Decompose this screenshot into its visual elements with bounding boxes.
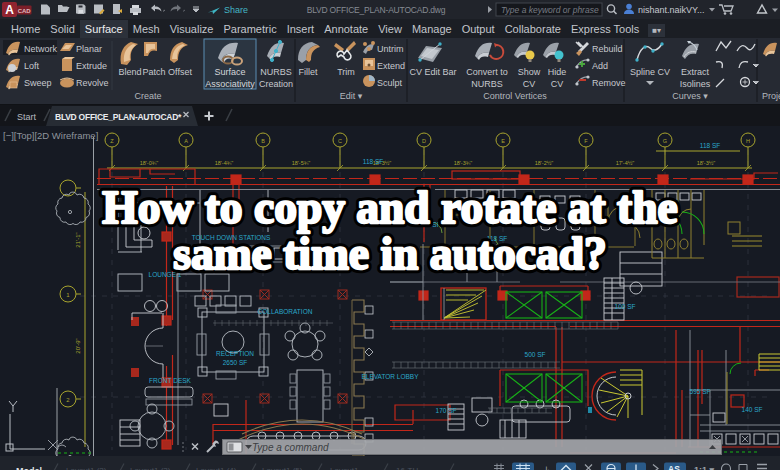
- svg-text:Create: Create: [134, 91, 161, 101]
- svg-text:Associativity: Associativity: [205, 79, 255, 89]
- svg-text:FRONT DESK: FRONT DESK: [149, 377, 191, 384]
- svg-text:CV: CV: [551, 79, 564, 89]
- svg-text:AS: AS: [668, 464, 680, 470]
- svg-text:↳: ↳: [544, 465, 552, 470]
- svg-text:Start: Start: [17, 112, 37, 122]
- svg-text:E: E: [501, 138, 505, 144]
- svg-text:18'-3½": 18'-3½": [697, 160, 716, 166]
- svg-text:Hide: Hide: [548, 67, 567, 77]
- svg-text:H: H: [746, 138, 750, 144]
- svg-text:D: D: [422, 138, 426, 144]
- svg-text:Blend: Blend: [118, 67, 141, 77]
- svg-text:Patch: Patch: [142, 67, 165, 77]
- svg-text:18'-4¾": 18'-4¾": [215, 160, 234, 166]
- svg-text:18'-5¾": 18'-5¾": [292, 160, 311, 166]
- svg-text:Type a command: Type a command: [252, 442, 329, 453]
- svg-text:595 SF: 595 SF: [690, 388, 711, 395]
- svg-text:Offset: Offset: [168, 67, 192, 77]
- svg-text:nishant.naikVY...: nishant.naikVY...: [638, 5, 704, 15]
- svg-text:1:1 ▾: 1:1 ▾: [694, 465, 715, 470]
- svg-text:Trim: Trim: [337, 67, 355, 77]
- svg-text:Rebuild: Rebuild: [592, 44, 623, 54]
- svg-text:16-TH: 16-TH: [396, 466, 418, 470]
- svg-text:Sculpt: Sculpt: [377, 78, 403, 88]
- svg-text:CAD: CAD: [18, 8, 32, 14]
- svg-text:BLVD OFFICE_PLAN-AUTOCAD.dwg: BLVD OFFICE_PLAN-AUTOCAD.dwg: [307, 5, 446, 15]
- svg-text:COLLABORATION: COLLABORATION: [258, 308, 313, 315]
- svg-text:Share: Share: [224, 5, 248, 15]
- svg-text:same time in autocad?: same time in autocad?: [173, 228, 606, 279]
- svg-text:118 SF: 118 SF: [700, 142, 721, 149]
- svg-text:ELEVATOR LOBBY: ELEVATOR LOBBY: [361, 373, 419, 380]
- svg-text:Proje: Proje: [762, 91, 780, 101]
- svg-text:500 SF: 500 SF: [525, 351, 546, 358]
- svg-text:Spline CV: Spline CV: [630, 67, 670, 77]
- svg-text:18'-2½": 18'-2½": [535, 160, 554, 166]
- svg-text:Show: Show: [518, 67, 541, 77]
- svg-text:Convert to: Convert to: [466, 67, 508, 77]
- svg-text:A: A: [184, 138, 188, 144]
- svg-text:G: G: [663, 138, 667, 144]
- svg-text:NURBS: NURBS: [471, 79, 503, 89]
- svg-text:Loft: Loft: [24, 61, 40, 71]
- svg-text:140 SF: 140 SF: [742, 406, 763, 413]
- svg-text:Control Vertices: Control Vertices: [483, 91, 547, 101]
- svg-text:18'-3¾": 18'-3¾": [454, 160, 473, 166]
- svg-text:B: B: [261, 138, 265, 144]
- svg-text:C: C: [338, 138, 342, 144]
- svg-text:How to copy and rotate at the: How to copy and rotate at the: [102, 182, 677, 233]
- svg-text:Layout1 (5): Layout1 (5): [262, 466, 303, 470]
- svg-text:RECEPTION: RECEPTION: [216, 350, 254, 357]
- svg-text:NURBS: NURBS: [260, 67, 292, 77]
- svg-text:CV Edit Bar: CV Edit Bar: [409, 67, 456, 77]
- svg-text:Extend: Extend: [377, 61, 405, 71]
- svg-text:CV: CV: [523, 79, 536, 89]
- svg-text:Model: Model: [16, 466, 42, 470]
- svg-text:Network: Network: [24, 44, 58, 54]
- svg-text:Z: Z: [110, 138, 114, 144]
- svg-text:20'-9": 20'-9": [75, 338, 81, 353]
- svg-text:Planar: Planar: [76, 44, 102, 54]
- svg-text:Type a keyword or phrase: Type a keyword or phrase: [501, 5, 599, 15]
- svg-text:18'-0¾": 18'-0¾": [140, 160, 159, 166]
- svg-text:Layout1: Layout1: [330, 466, 359, 470]
- svg-text:Isolines: Isolines: [680, 79, 711, 89]
- svg-text:Extract: Extract: [681, 67, 710, 77]
- svg-text:Layout1 (4): Layout1 (4): [196, 466, 237, 470]
- svg-text:170 SF: 170 SF: [436, 407, 457, 414]
- svg-text:2650 SF: 2650 SF: [223, 359, 248, 366]
- svg-text:17'-4½": 17'-4½": [616, 160, 635, 166]
- svg-text:Edit ▾: Edit ▾: [340, 91, 363, 101]
- svg-text:Add: Add: [592, 61, 608, 71]
- svg-text:Layout1 (3): Layout1 (3): [130, 466, 171, 470]
- svg-text:100 SF: 100 SF: [615, 303, 636, 310]
- svg-text:Fillet: Fillet: [298, 67, 318, 77]
- svg-text:1: 1: [66, 292, 70, 298]
- svg-text:Sweep: Sweep: [24, 78, 52, 88]
- svg-text:Layout1 (2): Layout1 (2): [66, 466, 107, 470]
- svg-text:BLVD OFFICE_PLAN-AUTOCAD*: BLVD OFFICE_PLAN-AUTOCAD*: [55, 112, 182, 122]
- svg-text:2: 2: [66, 397, 70, 403]
- svg-text:Extrude: Extrude: [76, 61, 107, 71]
- svg-text:Creation: Creation: [259, 79, 293, 89]
- svg-text:21'-1": 21'-1": [75, 232, 81, 247]
- svg-text:Curves ▾: Curves ▾: [672, 91, 708, 101]
- svg-text:Surface: Surface: [214, 67, 245, 77]
- svg-text:Untrim: Untrim: [377, 44, 404, 54]
- svg-text:Remove: Remove: [592, 78, 626, 88]
- svg-text:F: F: [584, 138, 588, 144]
- svg-text:A: A: [5, 3, 14, 17]
- svg-text:118 SF: 118 SF: [363, 158, 384, 165]
- svg-text:Revolve: Revolve: [76, 78, 109, 88]
